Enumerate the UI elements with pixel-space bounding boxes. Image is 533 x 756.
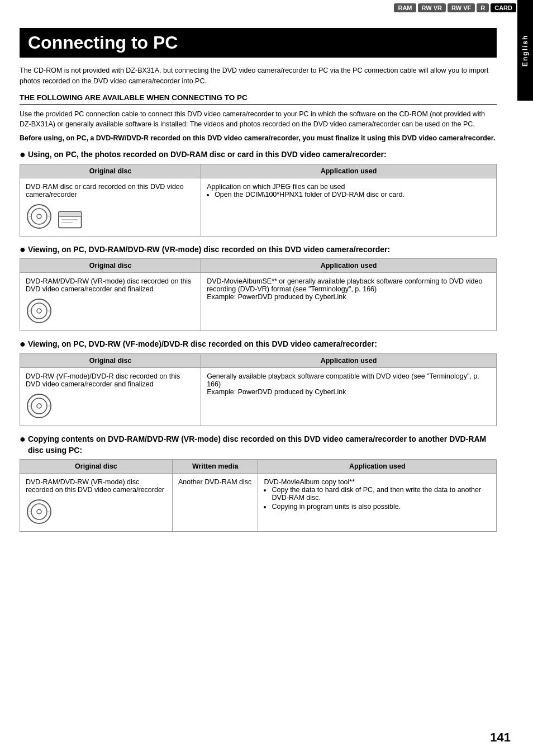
bullet-heading-2: ● Viewing, on PC, DVD-RAM/DVD-RW (VR-mod… xyxy=(20,244,497,256)
page-title: Connecting to PC xyxy=(20,28,497,58)
svg-point-1 xyxy=(31,209,47,224)
table3-app-text: Generally available playback software co… xyxy=(207,372,479,396)
svg-point-21 xyxy=(31,504,47,519)
table-4: Original disc Written media Application … xyxy=(20,459,497,532)
table4-written-cell: Another DVD-RAM disc xyxy=(172,474,258,532)
bullet-dot-2: ● xyxy=(20,244,26,256)
disc-icon-2 xyxy=(26,297,53,324)
table2-col1: Original disc xyxy=(20,259,201,273)
table2-app-text: DVD-MovieAlbumSE** or generally availabl… xyxy=(207,277,482,301)
list-item: Copy the data to hard disk of PC, and th… xyxy=(272,486,491,502)
badge-rwvr: RW VR xyxy=(418,3,446,12)
table4-col2: Application used xyxy=(258,460,497,474)
table2-app-cell: DVD-MovieAlbumSE** or generally availabl… xyxy=(201,273,497,331)
bullet-title-2: Viewing, on PC, DVD-RAM/DVD-RW (VR-mode)… xyxy=(28,244,390,256)
table4-col-written: Written media xyxy=(172,460,258,474)
badge-card: CARD xyxy=(491,3,516,12)
disc-icon-4 xyxy=(26,498,53,525)
svg-point-2 xyxy=(37,214,41,219)
section-heading: THE FOLLOWING ARE AVAILABLE WHEN CONNECT… xyxy=(20,93,497,105)
bullet-title-1: Using, on PC, the photos recorded on DVD… xyxy=(28,149,387,160)
bullet-dot-4: ● xyxy=(20,434,26,445)
table2-disc-cell: DVD-RAM/DVD-RW (VR-mode) disc recorded o… xyxy=(20,273,201,331)
bullet-dot-3: ● xyxy=(20,339,26,350)
card-icon-1 xyxy=(58,209,85,230)
table4-disc-text: DVD-RAM/DVD-RW (VR-mode) disc recorded o… xyxy=(26,478,164,494)
badge-ram: RAM xyxy=(394,3,416,12)
svg-rect-7 xyxy=(59,211,82,216)
page-number: 141 xyxy=(490,730,511,745)
bullet-heading-4: ● Copying contents on DVD-RAM/DVD-RW (VR… xyxy=(20,434,497,456)
table-2: Original disc Application used DVD-RAM/D… xyxy=(20,258,497,331)
side-tab-english: English xyxy=(517,0,533,101)
table-row: DVD-RAM disc or card recorded on this DV… xyxy=(20,178,497,236)
svg-point-12 xyxy=(37,309,41,313)
table2-col2: Application used xyxy=(201,259,497,273)
table4-disc-cell: DVD-RAM/DVD-RW (VR-mode) disc recorded o… xyxy=(20,474,173,532)
table4-written-text: Another DVD-RAM disc xyxy=(178,478,251,486)
list-item: Copying in program units is also possibl… xyxy=(272,503,491,511)
svg-point-17 xyxy=(37,404,41,408)
table3-app-cell: Generally available playback software co… xyxy=(201,368,497,426)
table-row: DVD-RAM/DVD-RW (VR-mode) disc recorded o… xyxy=(20,474,497,532)
table-row: DVD-RAM/DVD-RW (VR-mode) disc recorded o… xyxy=(20,273,497,331)
table3-disc-text: DVD-RW (VF-mode)/DVD-R disc recorded on … xyxy=(26,372,180,388)
list-item: Open the DCIM\100*HPNX1 folder of DVD-RA… xyxy=(215,191,491,199)
table4-app-cell: DVD-MovieAlbum copy tool** Copy the data… xyxy=(258,474,497,532)
badge-r: R xyxy=(477,3,489,12)
table2-disc-text: DVD-RAM/DVD-RW (VR-mode) disc recorded o… xyxy=(26,277,191,293)
table3-disc-cell: DVD-RW (VF-mode)/DVD-R disc recorded on … xyxy=(20,368,201,426)
intro-paragraph: The CD-ROM is not provided with DZ-BX31A… xyxy=(20,65,497,87)
table1-app-cell: Application on which JPEG files can be u… xyxy=(201,178,497,236)
table1-col1: Original disc xyxy=(20,164,201,178)
table3-col2: Application used xyxy=(201,354,497,368)
section-body: Use the provided PC connection cable to … xyxy=(20,109,497,130)
bold-note: Before using, on PC, a DVD-RW/DVD-R reco… xyxy=(20,133,497,144)
badge-rwvf: RW VF xyxy=(448,3,475,12)
table-row: DVD-RW (VF-mode)/DVD-R disc recorded on … xyxy=(20,368,497,426)
svg-point-16 xyxy=(31,398,47,414)
bullet-title-3: Viewing, on PC, DVD-RW (VF-mode)/DVD-R d… xyxy=(28,339,377,350)
table1-col2: Application used xyxy=(201,164,497,178)
table4-col1: Original disc xyxy=(20,460,173,474)
bullet-heading-3: ● Viewing, on PC, DVD-RW (VF-mode)/DVD-R… xyxy=(20,339,497,350)
svg-point-22 xyxy=(37,509,41,514)
table1-disc-text: DVD-RAM disc or card recorded on this DV… xyxy=(26,183,184,199)
table-3: Original disc Application used DVD-RW (V… xyxy=(20,353,497,426)
bullet-dot-1: ● xyxy=(20,149,26,160)
table1-app-text: Application on which JPEG files can be u… xyxy=(207,183,345,191)
disc-icon-3 xyxy=(26,393,53,419)
disc-icon-1 xyxy=(26,203,53,230)
table3-col1: Original disc xyxy=(20,354,201,368)
bullet-title-4: Copying contents on DVD-RAM/DVD-RW (VR-m… xyxy=(28,434,497,456)
bullet-heading-1: ● Using, on PC, the photos recorded on D… xyxy=(20,149,497,160)
table1-disc-cell: DVD-RAM disc or card recorded on this DV… xyxy=(20,178,201,236)
table4-app-text: DVD-MovieAlbum copy tool** xyxy=(264,478,355,486)
badge-row: RAM RW VR RW VF R CARD xyxy=(394,0,516,16)
svg-point-11 xyxy=(31,303,47,319)
main-content: Connecting to PC The CD-ROM is not provi… xyxy=(0,0,533,562)
table-1: Original disc Application used DVD-RAM d… xyxy=(20,164,497,237)
